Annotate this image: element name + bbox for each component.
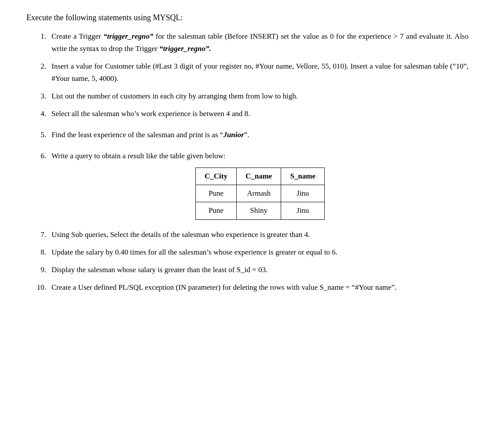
question-number-1: 1. [26, 30, 46, 42]
question-number-7: 7. [26, 229, 46, 240]
question-item-1: 1. Create a Trigger “trigger_regno” for … [26, 30, 469, 55]
question-text-4: Select all the salesman who’s work exper… [51, 108, 469, 120]
question-item-10: 10. Create a User defined PL/SQL excepti… [26, 281, 469, 294]
question-text-6: Write a query to obtain a result like th… [51, 150, 469, 219]
col-header-sname: S_name [281, 168, 325, 185]
question-text-8: Update the salary by 0.40 times for all … [51, 246, 469, 259]
question-text-3: List out the number of customers in each… [51, 90, 469, 102]
cell-cname-2: Shiny [236, 202, 281, 219]
question-text-5: Find the least experience of the salesma… [51, 129, 469, 141]
cell-city-2: Pune [195, 202, 236, 219]
cell-sname-2: Jinu [281, 202, 325, 219]
question-item-2: 2. Insert a value for Customer table (#L… [26, 60, 469, 85]
question-list: 1. Create a Trigger “trigger_regno” for … [26, 30, 469, 294]
cell-city-1: Pune [195, 185, 236, 202]
question-text-9: Display the salesman whose salary is gre… [51, 264, 469, 276]
question-number-10: 10. [26, 281, 46, 293]
question-item-6: 6. Write a query to obtain a result like… [26, 150, 469, 219]
question-number-9: 9. [26, 264, 46, 276]
table-row-1: Pune Armash Jinu [195, 185, 324, 202]
cell-cname-1: Armash [236, 185, 281, 202]
question-number-6: 6. [26, 150, 46, 162]
question-text-7: Using Sub queries, Select the details of… [51, 229, 469, 241]
col-header-cname: C_name [236, 168, 281, 185]
question-item-9: 9. Display the salesman whose salary is … [26, 264, 469, 276]
question-item-4: 4. Select all the salesman who’s work ex… [26, 108, 469, 120]
result-table: C_City C_name S_name Pune Armash Jinu Pu… [195, 168, 325, 219]
question-text-2: Insert a value for Customer table (#Last… [51, 60, 469, 85]
question-number-8: 8. [26, 246, 46, 258]
question-number-5: 5. [26, 129, 46, 141]
result-table-container: C_City C_name S_name Pune Armash Jinu Pu… [51, 168, 469, 219]
question-text-10: Create a User defined PL/SQL exception (… [51, 281, 469, 294]
question-number-2: 2. [26, 60, 46, 72]
question-item-7: 7. Using Sub queries, Select the details… [26, 229, 469, 241]
question-item-3: 3. List out the number of customers in e… [26, 90, 469, 102]
table-row-2: Pune Shiny Jinu [195, 202, 324, 219]
main-title: Execute the following statements using M… [26, 13, 469, 22]
question-number-3: 3. [26, 90, 46, 102]
question-item-5: 5. Find the least experience of the sale… [26, 129, 469, 141]
question-text-1: Create a Trigger “trigger_regno” for the… [51, 30, 469, 55]
cell-sname-1: Jinu [281, 185, 325, 202]
col-header-city: C_City [195, 168, 236, 185]
question-number-4: 4. [26, 108, 46, 120]
question-item-8: 8. Update the salary by 0.40 times for a… [26, 246, 469, 259]
